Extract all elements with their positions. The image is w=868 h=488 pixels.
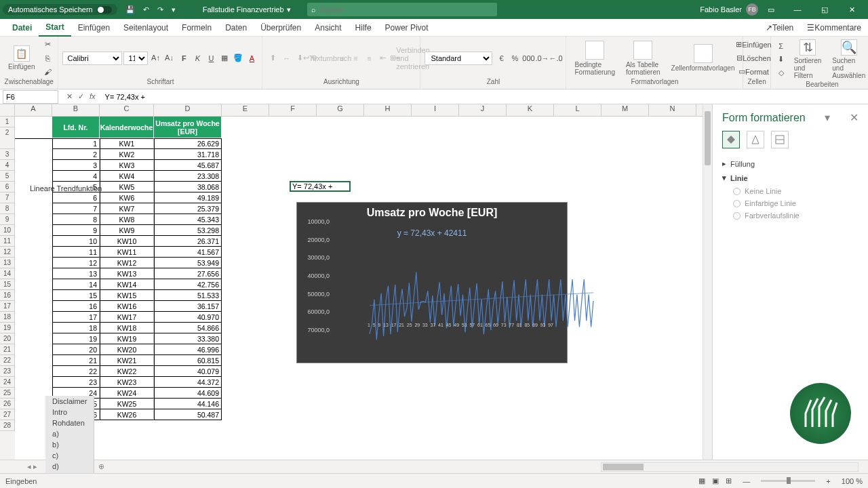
close-button[interactable]: ✕: [838, 0, 865, 19]
conditional-formatting-button[interactable]: Bedingte Formatierung: [570, 39, 618, 77]
user-info[interactable]: Fabio Basler FB: [700, 3, 758, 16]
comma-icon[interactable]: 000: [522, 52, 534, 64]
sheet-tab-Disclaimer[interactable]: Disclaimer: [45, 396, 94, 407]
format-button[interactable]: ▭ Format: [747, 66, 760, 78]
user-avatar[interactable]: FB: [746, 3, 758, 16]
increase-font-icon[interactable]: A↑: [149, 52, 161, 64]
cancel-icon[interactable]: ✕: [66, 92, 73, 101]
select-all-corner[interactable]: [0, 104, 15, 116]
horizontal-scrollbar[interactable]: [601, 462, 859, 472]
italic-button[interactable]: K: [191, 52, 203, 64]
comments-button[interactable]: ☰ Kommentare: [800, 19, 868, 37]
enter-icon[interactable]: ✓: [78, 92, 84, 101]
tab-pagelayout[interactable]: Seitenlayout: [117, 19, 175, 37]
tab-view[interactable]: Ansicht: [308, 19, 348, 37]
bold-button[interactable]: F: [178, 52, 190, 64]
indent-dec-icon[interactable]: ⇤: [376, 52, 389, 64]
maximize-button[interactable]: ◱: [811, 0, 838, 19]
tab-help[interactable]: Hilfe: [349, 19, 378, 37]
format-pane-tab-effects[interactable]: [747, 131, 764, 148]
align-top-icon[interactable]: ⬆: [267, 52, 279, 64]
cell-styles-button[interactable]: Zellenformatvorlagen: [667, 43, 739, 73]
formula-input[interactable]: Y= 72,43x +: [105, 93, 868, 101]
view-normal-icon[interactable]: ▦: [698, 476, 705, 485]
search-input[interactable]: [320, 5, 493, 14]
autosum-icon[interactable]: Σ: [775, 40, 787, 52]
find-select-button[interactable]: 🔍Suchen und Auswählen: [828, 38, 868, 81]
sheet-nav-icons[interactable]: ◂ ▸: [27, 462, 37, 471]
align-left-icon[interactable]: ≡: [336, 52, 348, 64]
sheet-tab-a)[interactable]: a): [45, 428, 94, 439]
copy-icon[interactable]: ⎘: [41, 52, 54, 64]
zoom-level[interactable]: 100 %: [842, 477, 863, 485]
sheet-tab-d)[interactable]: d): [45, 461, 94, 472]
radio-solid-line[interactable]: Einfarbige Linie: [733, 197, 859, 209]
fill-color-button[interactable]: 🪣: [232, 52, 244, 64]
chart[interactable]: Umsatz pro Woche [EUR] y = 72,43x + 4241…: [296, 202, 568, 363]
align-right-icon[interactable]: ≡: [363, 52, 375, 64]
close-pane-icon[interactable]: ✕: [850, 111, 859, 124]
sheet-tab-b)[interactable]: b): [45, 439, 94, 450]
paste-button[interactable]: 📋 Einfügen: [4, 44, 39, 72]
sort-filter-button[interactable]: ⇅Sortieren und Filtern: [790, 38, 826, 81]
number-format-select[interactable]: Standard: [425, 52, 492, 65]
view-break-icon[interactable]: ⊞: [726, 476, 732, 485]
border-button[interactable]: ▦: [218, 52, 231, 64]
sheet-tab-Intro[interactable]: Intro: [45, 407, 94, 418]
dropdown-icon[interactable]: ▾: [825, 111, 830, 124]
clear-icon[interactable]: ◇: [775, 67, 787, 79]
toggle-off-icon[interactable]: [97, 6, 112, 14]
font-name-select[interactable]: Calibri: [62, 52, 122, 65]
font-size-select[interactable]: 11: [123, 52, 148, 65]
insert-button[interactable]: ⊞ Einfügen: [747, 39, 760, 51]
search-box[interactable]: ⌕: [307, 3, 497, 16]
editing-cell[interactable]: Y= 72,43x +: [290, 181, 351, 192]
sheet-tab-c)[interactable]: c): [45, 450, 94, 461]
share-button[interactable]: ↗ Teilen: [759, 19, 800, 37]
format-painter-icon[interactable]: 🖌: [41, 66, 54, 78]
sheet-tab-Rohdaten[interactable]: Rohdaten: [45, 418, 94, 428]
format-section-line[interactable]: ▾ Linie: [722, 171, 859, 185]
underline-button[interactable]: U: [205, 52, 217, 64]
tab-data[interactable]: Daten: [218, 19, 254, 37]
dropdown-icon[interactable]: ▾: [287, 5, 291, 14]
radio-no-line[interactable]: Keine Linie: [733, 185, 859, 197]
currency-icon[interactable]: €: [495, 52, 507, 64]
redo-icon[interactable]: ↷: [157, 5, 163, 14]
view-layout-icon[interactable]: ▣: [712, 476, 719, 485]
font-color-button[interactable]: A: [245, 52, 258, 64]
autosave-toggle[interactable]: Automatisches Speichern: [3, 4, 117, 15]
save-icon[interactable]: 💾: [125, 5, 135, 14]
fill-icon[interactable]: ⬇: [775, 54, 787, 66]
dec-decimal-icon[interactable]: ←.0: [549, 52, 561, 64]
tab-powerpivot[interactable]: Power Pivot: [378, 19, 435, 37]
merge-button[interactable]: ⊞ Verbinden und zentrieren: [403, 52, 416, 64]
tab-start[interactable]: Start: [39, 19, 71, 37]
align-mid-icon[interactable]: ↔: [280, 52, 292, 64]
delete-button[interactable]: ⊟ Löschen: [747, 52, 760, 64]
vertical-scrollbar[interactable]: [703, 104, 712, 460]
ribbon-display-icon[interactable]: ▭: [768, 5, 774, 14]
zoom-slider[interactable]: [761, 480, 815, 482]
align-center-icon[interactable]: ≡: [349, 52, 361, 64]
dropdown-icon[interactable]: ▾: [172, 5, 176, 14]
name-box[interactable]: F6: [3, 90, 58, 104]
minimize-button[interactable]: —: [784, 0, 811, 19]
format-as-table-button[interactable]: Als Tabelle formatieren: [622, 39, 665, 77]
format-section-fill[interactable]: ▸ Füllung: [722, 157, 859, 171]
cut-icon[interactable]: ✂: [41, 39, 54, 51]
tab-file[interactable]: Datei: [5, 19, 39, 37]
tab-formulas[interactable]: Formeln: [175, 19, 218, 37]
tab-review[interactable]: Überprüfen: [254, 19, 308, 37]
inc-decimal-icon[interactable]: .0→: [536, 52, 548, 64]
wrap-text-button[interactable]: ↩ Textumbruch: [321, 52, 333, 64]
decrease-font-icon[interactable]: A↓: [163, 52, 175, 64]
fx-icon[interactable]: fx: [90, 92, 96, 101]
filename[interactable]: Fallstudie Finanzvertrieb ▾: [203, 5, 291, 14]
tab-insert[interactable]: Einfügen: [71, 19, 117, 37]
percent-icon[interactable]: %: [509, 52, 521, 64]
undo-icon[interactable]: ↶: [143, 5, 149, 14]
format-pane-tab-size[interactable]: [771, 131, 789, 148]
add-sheet-icon[interactable]: ⊕: [98, 462, 104, 471]
radio-gradient-line[interactable]: Farbverlaufslinie: [733, 209, 859, 222]
